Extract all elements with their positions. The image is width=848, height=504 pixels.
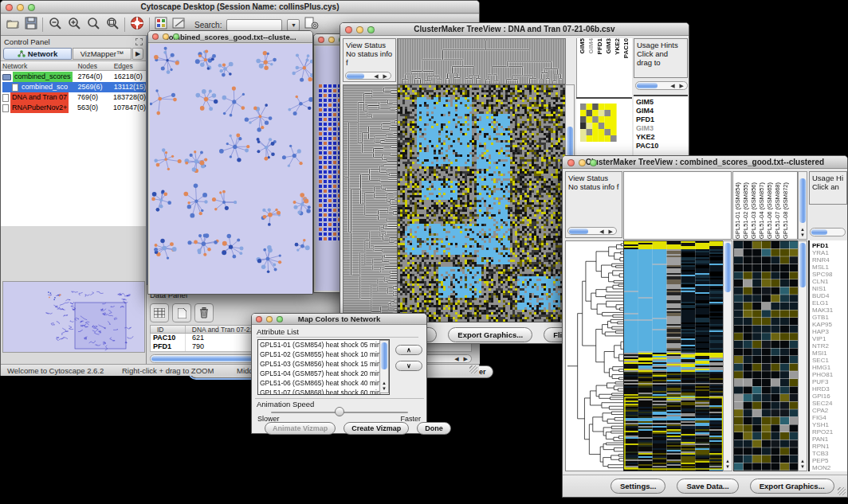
attribute-list[interactable]: GPL51-01 (GSM854) heat shock 05 minGPL51… (257, 339, 390, 395)
tv2-gene-label[interactable]: BUD4 (812, 292, 847, 299)
network-row[interactable]: combined_sco2569(6)13112(15) (2, 82, 146, 92)
network1-view[interactable] (150, 44, 311, 292)
resize-grip[interactable] (469, 365, 477, 373)
tv2-zoom-vscrollbar[interactable]: ▲▼ (798, 240, 807, 471)
tv2-gene-label[interactable]: MSI1 (812, 350, 847, 357)
network-row[interactable]: DNA and Tran 07769(0)183728(0) (2, 92, 146, 103)
help-lifering-icon[interactable] (130, 16, 144, 33)
tv2-heatmap-vscrollbar[interactable]: ▲▼ (723, 240, 732, 471)
zoom-button[interactable] (590, 159, 597, 166)
network-row[interactable]: RNAPuberNov2+563(0)107847(0) (2, 103, 146, 113)
dialog-titlebar[interactable]: Map Colors to Network (252, 314, 426, 325)
dialog-button-animate-vizmap[interactable]: Animate Vizmap (265, 422, 336, 435)
close-button[interactable] (152, 33, 159, 40)
tv2-gene-label[interactable]: PEP5 (812, 457, 847, 464)
tv1-column-dendrogram[interactable] (397, 38, 566, 84)
minimize-button[interactable] (17, 4, 24, 11)
tv2-gene-label[interactable]: PUF3 (812, 378, 847, 385)
column-header-network[interactable]: Network (2, 61, 77, 70)
tv2-gene-label[interactable]: MSL1 (812, 264, 847, 271)
tv2-button-settings-[interactable]: Settings... (610, 479, 665, 494)
tv2-gene-label[interactable]: ELG1 (812, 299, 847, 307)
tv2-gene-label[interactable]: HAP3 (812, 328, 847, 335)
tv1-global-heatmap[interactable] (397, 84, 566, 322)
zoom-button[interactable] (173, 33, 179, 40)
tv2-gene-label[interactable]: TCB3 (812, 450, 847, 457)
minimize-button[interactable] (266, 316, 273, 322)
tv2-gene-label[interactable]: YRA1 (812, 249, 847, 256)
zoom-button[interactable] (367, 26, 375, 33)
tv1-row-dendrogram[interactable] (343, 84, 398, 322)
tv2-gene-label[interactable]: RPN1 (812, 443, 847, 450)
tv2-row-dendrogram[interactable] (565, 240, 625, 471)
tv2-gene-label[interactable]: VIP1 (812, 335, 847, 342)
attribute-item[interactable]: GPL51-06 (GSM865) heat shock 40 min (258, 378, 389, 388)
tv1-gene-label[interactable]: YKE2 (636, 133, 688, 142)
tv1-zoom-heatmap[interactable] (580, 104, 617, 142)
zoom-out-icon[interactable] (48, 17, 62, 33)
resize-grip[interactable] (838, 487, 846, 495)
tv2-global-heatmap[interactable] (623, 240, 724, 471)
tv2-collabel-vscrollbar[interactable]: ▲▼ (798, 171, 807, 240)
column-header-edges[interactable]: Edges (114, 61, 146, 70)
tv1-gene-label[interactable]: PAC10 (636, 142, 688, 150)
minimize-button[interactable] (579, 159, 586, 166)
tv2-gene-label[interactable]: KAP95 (812, 321, 847, 328)
main-titlebar[interactable]: Cytoscape Desktop (Session Name: collins… (1, 1, 479, 14)
tv2-gene-label[interactable]: GPI16 (812, 393, 847, 400)
network-canvas[interactable] (150, 44, 312, 294)
tv1-gene-label[interactable]: GIM3 (636, 124, 688, 133)
tv2-gene-label[interactable]: HRD3 (812, 385, 847, 393)
dialog-button-done[interactable]: Done (417, 422, 451, 435)
column-header-nodes[interactable]: Nodes (77, 61, 113, 70)
trash-icon[interactable] (194, 303, 214, 322)
tv2-gene-label[interactable]: RPO21 (812, 428, 847, 436)
tv2-gene-label[interactable]: YSH1 (812, 421, 847, 428)
tv2-gene-label[interactable]: FIG4 (812, 414, 847, 421)
tv2-gene-label[interactable]: PFD1 (812, 242, 847, 249)
tab-network[interactable]: Network (3, 48, 72, 60)
attribute-list-vscrollbar[interactable]: ▲▼ (379, 340, 389, 393)
tv2-gene-label[interactable]: MAK31 (812, 307, 847, 314)
tv2-button-save-data-[interactable]: Save Data... (677, 479, 738, 494)
treeview2-titlebar[interactable]: ClusterMaker TreeView : combined_scores_… (563, 156, 847, 169)
minimize-button[interactable] (356, 26, 363, 33)
tv1-zoom-hscrollbar[interactable]: ◀ ▶ (635, 81, 688, 90)
tab-vizmapper[interactable]: VizMapper™ (73, 48, 132, 60)
table-icon[interactable] (150, 303, 169, 322)
tv1-button-export-graphics-[interactable]: Export Graphics... (448, 327, 532, 342)
attribute-item[interactable]: GPL51-04 (GSM857) heat shock 20 min (258, 369, 389, 378)
move-down-button[interactable]: ∨ (395, 361, 422, 371)
zoom-selected-icon[interactable] (86, 17, 100, 33)
minimize-button[interactable] (328, 37, 335, 43)
dialog-button-create-vizmap[interactable]: Create Vizmap (344, 422, 409, 435)
tv1-gene-label[interactable]: GIM5 (636, 98, 688, 107)
tv2-gene-label[interactable]: GTB1 (812, 314, 847, 321)
tv2-button-export-graphics-[interactable]: Export Graphics... (750, 479, 834, 494)
tab-overflow-arrow[interactable]: ▶ (132, 48, 143, 60)
zoom-in-icon[interactable] (67, 17, 81, 33)
close-button[interactable] (345, 26, 352, 33)
open-folder-icon[interactable] (6, 17, 20, 33)
network-overview-canvas[interactable] (3, 282, 144, 352)
tv1-gene-label[interactable]: PFD1 (636, 115, 688, 124)
network1-titlebar[interactable]: combined_scores_good.txt--cluste... (148, 31, 312, 43)
tv2-gene-label[interactable]: SEC24 (812, 400, 847, 407)
treeview1-titlebar[interactable]: ClusterMaker TreeView : DNA and Tran 07-… (340, 23, 689, 36)
tv2-gene-label[interactable]: MON2 (812, 464, 847, 471)
tv2-gene-label[interactable]: PAN1 (812, 436, 847, 443)
attribute-item[interactable]: GPL51-02 (GSM855) heat shock 10 min (258, 350, 389, 359)
float-panel-icon[interactable] (135, 38, 143, 45)
attribute-item[interactable]: GPL51-01 (GSM854) heat shock 05 min (258, 340, 389, 350)
zoom-button[interactable] (277, 316, 283, 322)
attribute-item[interactable]: GPL51-07 (GSM868) heat shock 60 min (258, 388, 389, 395)
data-column-header[interactable]: ID (151, 326, 186, 333)
tv2-gene-label[interactable]: SEC1 (812, 357, 847, 364)
close-button[interactable] (6, 4, 13, 11)
tv2-gene-label[interactable]: CLN1 (812, 278, 847, 285)
network-overview-panel[interactable] (2, 281, 145, 353)
tv2-status-scrollbar[interactable]: ◀ ▶ (567, 227, 617, 235)
close-button[interactable] (318, 37, 324, 43)
tv2-gene-label[interactable]: PHO81 (812, 371, 847, 378)
network-row[interactable]: combined_scores2764(0)16218(0) (2, 72, 146, 82)
